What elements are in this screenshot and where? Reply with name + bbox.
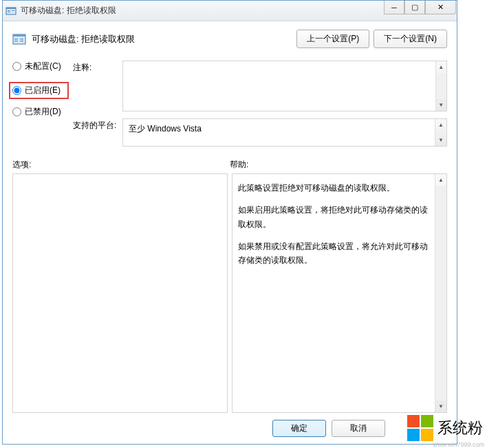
svg-rect-2 [8,10,10,11]
dialog-button-row: 确定 取消 应用 [12,413,447,438]
help-scrollbar[interactable]: ▲ ▼ [435,174,446,412]
radio-disabled-input[interactable] [12,107,21,116]
radio-not-configured[interactable]: 未配置(C) [12,61,69,72]
comment-field-wrap: ▲ ▼ [122,61,447,111]
section-labels: 选项: 帮助: [12,159,447,171]
comment-scrollbar[interactable]: ▲ ▼ [435,61,446,111]
policy-icon [12,33,26,45]
policy-title: 可移动磁盘: 拒绝读取权限 [32,33,296,45]
radio-disabled[interactable]: 已禁用(D) [12,106,69,118]
watermark-url: www.win7999.com [433,441,484,448]
radio-enabled[interactable]: 已启用(E) [9,82,69,99]
help-label: 帮助: [230,159,447,171]
scroll-down-icon[interactable]: ▼ [436,99,446,111]
help-paragraph-1: 此策略设置拒绝对可移动磁盘的读取权限。 [238,181,429,195]
help-paragraph-2: 如果启用此策略设置，将拒绝对此可移动存储类的读取权限。 [238,203,429,231]
cancel-button[interactable]: 取消 [332,420,385,437]
radio-not-configured-label: 未配置(C) [25,61,61,72]
minimize-button[interactable]: ─ [384,1,404,14]
radio-enabled-input[interactable] [12,86,21,95]
svg-rect-8 [14,41,18,42]
svg-rect-1 [6,8,16,9]
platform-label: 支持的平台: [73,118,122,147]
radio-not-configured-input[interactable] [12,62,21,71]
policy-settings-window: 可移动磁盘: 拒绝读取权限 ─ ▢ ✕ 可移动磁盘: 拒绝读取权限 上一个设置(… [2,0,457,445]
fields-column: 注释: ▲ ▼ 支持的平台: 至少 Windows Vista [73,61,447,153]
svg-rect-6 [13,34,25,36]
scroll-track[interactable] [436,73,446,99]
platform-scrollbar[interactable]: ▲ ▼ [435,119,446,146]
svg-rect-10 [20,41,23,42]
title-bar[interactable]: 可移动磁盘: 拒绝读取权限 ─ ▢ ✕ [3,1,457,21]
scroll-down-icon[interactable]: ▼ [435,401,446,412]
platform-value: 至少 Windows Vista [123,119,435,146]
maximize-button[interactable]: ▢ [404,1,425,14]
previous-setting-button[interactable]: 上一个设置(P) [296,30,369,48]
options-content [13,174,227,412]
comment-label: 注释: [73,61,122,111]
window-content: 可移动磁盘: 拒绝读取权限 上一个设置(P) 下一个设置(N) 未配置(C) 已… [3,21,457,444]
svg-rect-3 [8,12,10,12]
window-controls: ─ ▢ ✕ [384,1,457,14]
settings-section: 未配置(C) 已启用(E) 已禁用(D) 注释: [12,61,447,153]
radio-disabled-label: 已禁用(D) [25,106,61,118]
next-setting-button[interactable]: 下一个设置(N) [374,30,447,48]
help-panel: 此策略设置拒绝对可移动磁盘的读取权限。 如果启用此策略设置，将拒绝对此可移动存储… [232,173,447,413]
scroll-down-icon[interactable]: ▼ [435,134,446,146]
options-label: 选项: [12,159,230,171]
svg-rect-7 [14,39,18,40]
window-icon [6,6,17,17]
options-panel [12,173,228,413]
scroll-up-icon[interactable]: ▲ [435,174,446,186]
comment-textarea[interactable] [123,61,435,111]
svg-rect-4 [12,10,14,11]
radio-enabled-label: 已启用(E) [25,85,61,96]
scroll-up-icon[interactable]: ▲ [436,61,446,73]
help-content: 此策略设置拒绝对可移动磁盘的读取权限。 如果启用此策略设置，将拒绝对此可移动存储… [232,174,435,412]
header-row: 可移动磁盘: 拒绝读取权限 上一个设置(P) 下一个设置(N) [12,30,447,48]
svg-rect-9 [20,39,23,40]
help-paragraph-3: 如果禁用或没有配置此策略设置，将允许对此可移动存储类的读取权限。 [238,239,429,268]
close-button[interactable]: ✕ [425,1,456,14]
panels-row: 此策略设置拒绝对可移动磁盘的读取权限。 如果启用此策略设置，将拒绝对此可移动存储… [12,173,447,413]
scroll-up-icon[interactable]: ▲ [435,119,446,131]
platform-field-wrap: 至少 Windows Vista ▲ ▼ [122,118,447,147]
ok-button[interactable]: 确定 [272,420,326,437]
radio-column: 未配置(C) 已启用(E) 已禁用(D) [12,61,73,153]
scroll-track[interactable] [435,186,446,401]
